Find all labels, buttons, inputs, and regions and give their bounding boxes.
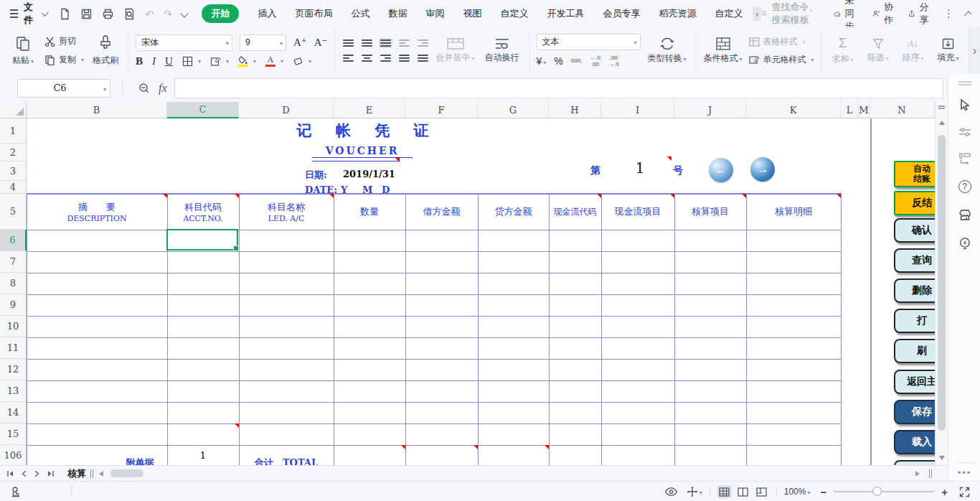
fill-color-button[interactable] xyxy=(238,56,256,67)
first-sheet-icon[interactable] xyxy=(6,470,14,477)
increase-indent-icon[interactable] xyxy=(416,38,430,48)
type-convert-button[interactable]: 类型转换 xyxy=(646,30,689,72)
tab-page-layout[interactable]: 页面布局 xyxy=(295,7,332,20)
tab-view[interactable]: 视图 xyxy=(463,7,481,20)
save-icon[interactable] xyxy=(80,8,93,20)
zoom-slider-handle[interactable] xyxy=(872,487,882,496)
selected-cell-C6[interactable] xyxy=(166,229,238,250)
row-header-7[interactable]: 7 xyxy=(0,251,27,273)
cell-style-button[interactable]: 单元格样式 xyxy=(749,54,814,66)
partial-button[interactable] xyxy=(894,460,935,465)
selection-mode-button[interactable] xyxy=(687,486,702,497)
column-header-G[interactable]: G xyxy=(478,102,549,118)
row-header-10[interactable]: 10 xyxy=(0,316,27,337)
tab-review[interactable]: 审阅 xyxy=(425,7,444,20)
split-pane-handle[interactable] xyxy=(938,106,945,107)
column-header-M[interactable]: M xyxy=(859,102,870,118)
font-color-button[interactable]: A xyxy=(265,55,283,67)
confirm-button[interactable]: 确认 xyxy=(894,218,935,243)
scroll-up-icon[interactable] xyxy=(939,121,945,125)
formula-input[interactable] xyxy=(174,78,943,98)
align-bottom-icon[interactable] xyxy=(379,38,392,48)
align-center-icon[interactable] xyxy=(360,53,374,63)
refresh-button[interactable]: 刷 xyxy=(894,339,935,363)
tab-scroll-right-icon[interactable] xyxy=(915,471,920,477)
fill-button[interactable]: 填充 xyxy=(933,30,963,72)
page-layout-view-icon[interactable] xyxy=(736,485,750,498)
conditional-format-button[interactable]: 条件格式 xyxy=(702,30,744,72)
skin-store-icon[interactable] xyxy=(958,209,971,221)
horizontal-scrollbar-thumb[interactable] xyxy=(110,469,143,477)
sort-button[interactable]: A↓ 排序 xyxy=(898,30,928,72)
select-all-corner[interactable] xyxy=(0,102,27,118)
row-header-14[interactable]: 14 xyxy=(0,402,27,423)
row-header-5[interactable]: 5 xyxy=(0,194,27,230)
underline-button[interactable]: U xyxy=(165,55,173,67)
panel-more-icon[interactable]: ••• xyxy=(958,467,972,478)
row-header-6[interactable]: 6 xyxy=(0,230,27,251)
share-button[interactable]: 分享 xyxy=(908,1,932,27)
zoom-out-button[interactable]: − xyxy=(820,486,826,498)
sum-button[interactable]: Σ 求和 xyxy=(828,30,858,72)
tab-custom-2[interactable]: 自定义 xyxy=(715,7,743,20)
tab-custom-1[interactable]: 自定义 xyxy=(500,7,528,20)
tab-developer[interactable]: 开发工具 xyxy=(547,7,584,20)
align-right-icon[interactable] xyxy=(379,53,392,63)
print-icon[interactable] xyxy=(102,8,114,20)
reverse-close-button[interactable]: 反结 xyxy=(894,191,935,215)
row-header-8[interactable]: 8 xyxy=(0,273,27,294)
column-header-E[interactable]: E xyxy=(334,102,405,118)
previous-voucher-button[interactable] xyxy=(709,158,733,182)
decrease-indent-icon[interactable] xyxy=(397,38,411,48)
increase-decimal-button[interactable]: .00 →.0 xyxy=(608,55,619,67)
number-format-combobox[interactable]: 文本 xyxy=(537,34,641,50)
cut-button[interactable]: 剪切 xyxy=(44,35,84,47)
smart-assistant-icon[interactable] xyxy=(958,237,971,250)
column-header-I[interactable]: I xyxy=(601,102,674,118)
load-data-button[interactable]: 载入 xyxy=(894,430,935,454)
paste-button[interactable]: 粘贴 xyxy=(6,30,39,72)
align-top-icon[interactable] xyxy=(341,38,355,48)
font-name-combobox[interactable]: 宋体 xyxy=(136,34,232,51)
save-data-button[interactable]: 保存 xyxy=(894,400,935,424)
comma-format-button[interactable]: 000, xyxy=(571,57,583,64)
column-header-B[interactable]: B xyxy=(27,102,167,118)
tab-membership[interactable]: 会员专享 xyxy=(603,7,640,20)
increase-font-icon[interactable]: A⁺ xyxy=(293,36,307,49)
next-sheet-icon[interactable] xyxy=(34,470,40,477)
zoom-formula-icon[interactable] xyxy=(138,83,150,94)
tab-home[interactable]: 开始 xyxy=(202,4,239,23)
normal-view-icon[interactable] xyxy=(717,485,732,498)
justify-icon[interactable] xyxy=(397,53,411,63)
collaborate-button[interactable]: 协作 xyxy=(872,1,897,27)
column-header-L[interactable]: L xyxy=(841,102,859,118)
ribbon-expand-chevron-icon[interactable] xyxy=(969,27,980,74)
column-header-F[interactable]: F xyxy=(405,102,478,118)
wrap-text-button[interactable]: 自动换行 xyxy=(481,30,523,72)
print-voucher-button[interactable]: 打 xyxy=(894,309,935,333)
filter-button[interactable]: 筛选 xyxy=(863,30,893,72)
panel-drag-handle[interactable] xyxy=(958,81,971,83)
auto-close-button[interactable]: 自动 结账 xyxy=(894,161,935,187)
bold-button[interactable]: B xyxy=(136,55,143,67)
decrease-font-icon[interactable]: A⁻ xyxy=(314,36,328,49)
redo-icon[interactable]: ↷ xyxy=(164,9,173,19)
distributed-icon[interactable] xyxy=(416,53,430,63)
file-menu-caret-icon[interactable] xyxy=(42,9,49,17)
row-header-2[interactable]: 2 xyxy=(0,144,27,161)
last-sheet-icon[interactable] xyxy=(47,470,55,477)
record-macro-icon[interactable] xyxy=(10,486,22,498)
tab-data[interactable]: 数据 xyxy=(388,7,407,20)
column-header-H[interactable]: H xyxy=(549,102,601,118)
file-menu[interactable]: 文件 xyxy=(24,1,37,27)
percent-format-button[interactable]: % xyxy=(554,55,562,67)
horizontal-scrollbar[interactable] xyxy=(108,469,948,478)
draw-border-button[interactable] xyxy=(210,56,229,67)
vertical-scrollbar[interactable] xyxy=(935,102,948,465)
query-button[interactable]: 查询 xyxy=(894,248,935,273)
italic-button[interactable]: I xyxy=(152,55,156,67)
zoom-in-button[interactable]: + xyxy=(941,486,948,498)
row-header-3[interactable]: 3 xyxy=(0,161,27,181)
column-header-C[interactable]: C xyxy=(167,102,239,118)
command-search[interactable]: 查找命令、搜索模板 xyxy=(761,1,822,27)
